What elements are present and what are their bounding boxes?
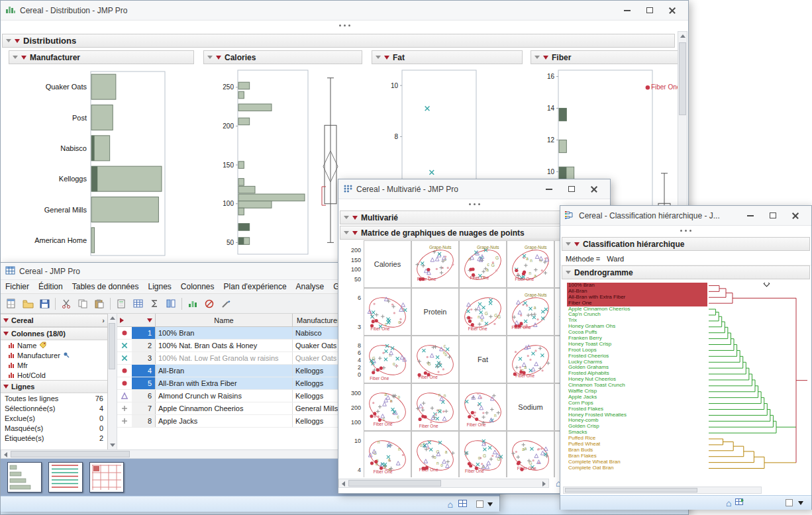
minimize-button[interactable] xyxy=(616,3,638,19)
maximize-button[interactable] xyxy=(762,208,784,224)
matrix-scatter-cell[interactable]: GGnnGFiber One xyxy=(459,288,507,336)
matrix-scatter-cell[interactable]: nocacFiber One xyxy=(364,383,411,431)
matrix-diagonal-cell[interactable]: Calories xyxy=(364,240,411,288)
dendrogram-leaf[interactable]: Waffle Crisp xyxy=(567,389,707,395)
disclosure-triangle-icon[interactable] xyxy=(13,56,18,59)
status-checkbox[interactable] xyxy=(476,500,483,508)
matrix-scatter-cell[interactable]: coFiber One xyxy=(364,288,411,336)
red-triangle-menu-icon[interactable] xyxy=(543,56,548,60)
matrix-scatter-cell[interactable]: aFiber OneGrape-Nuts xyxy=(507,288,554,336)
red-triangle-menu-icon[interactable] xyxy=(574,242,580,246)
home-icon[interactable]: ⌂ xyxy=(726,498,731,508)
dendrogram-leaf[interactable]: All-Bran xyxy=(567,289,707,295)
table-panel-header[interactable]: Cereal › xyxy=(1,314,107,327)
red-triangle-menu-icon[interactable] xyxy=(3,385,9,389)
cell-name[interactable]: 100% Bran xyxy=(156,327,293,339)
dendrogram-leaf[interactable]: Bran Flakes xyxy=(567,453,707,459)
dendrogram-leaf[interactable]: Golden Crisp xyxy=(567,424,707,430)
menu-grip[interactable] xyxy=(1,21,688,30)
rows-menu-icon[interactable] xyxy=(120,318,124,323)
matrix-diagonal-cell[interactable]: Sodium xyxy=(507,383,554,431)
column-item-name[interactable]: Name xyxy=(1,340,107,350)
red-triangle-menu-icon[interactable] xyxy=(21,56,26,60)
matrix-diagonal-cell[interactable]: Protein xyxy=(411,288,459,336)
red-triangle-menu-icon[interactable] xyxy=(352,216,358,220)
cell-name[interactable]: All-Bran with Extra Fiber xyxy=(156,377,293,389)
dendrogram-leaf[interactable]: 100% Bran xyxy=(567,283,707,289)
matrix-scatter-cell[interactable]: onaGFiber One xyxy=(364,336,411,383)
menu-grip[interactable] xyxy=(560,226,811,236)
disclosure-triangle-icon[interactable] xyxy=(376,56,381,59)
dendrogram-leaf[interactable]: Frosted Flakes xyxy=(567,406,707,412)
matrix-scatter-cell[interactable]: naannFiber OneGrape-Nuts xyxy=(507,240,554,288)
dendrogram-leaf[interactable]: Franken Berry xyxy=(567,336,707,342)
menu-fichier[interactable]: Fichier xyxy=(1,282,34,291)
row-number-cell[interactable]: 5 xyxy=(117,377,156,389)
matrix-scatter-cell[interactable]: cGcaGnFiber OneGrape-Nuts xyxy=(459,240,507,288)
graph-builder-button[interactable] xyxy=(185,296,201,312)
dendrogram-horizontal-scrollbar[interactable] xyxy=(563,487,762,494)
dendrogram-leaf[interactable]: Complete Oat Bran xyxy=(567,465,707,471)
copy-button[interactable] xyxy=(75,296,91,312)
cell-name[interactable]: 100% Nat. Low Fat Granola w raisins xyxy=(156,352,293,364)
row-stat-toutes-les-lignes[interactable]: Toutes les lignes76 xyxy=(1,393,107,403)
disclosure-triangle-icon[interactable] xyxy=(344,216,349,219)
dendrogram-leaf[interactable]: Complete Wheat Bran xyxy=(567,459,707,465)
row-number-cell[interactable]: 2 xyxy=(117,340,156,351)
close-button[interactable] xyxy=(583,181,605,197)
matrix-horizontal-scrollbar[interactable] xyxy=(338,479,549,488)
matrix-scatter-cell[interactable]: GoonoanFiber One xyxy=(411,431,459,477)
dendrogram-leaf[interactable]: Apple Cinnamon Cheerios xyxy=(567,306,707,312)
dendrogram-leaf[interactable]: Frosted Cheerios xyxy=(567,353,707,359)
menu-lignes[interactable]: Lignes xyxy=(143,282,176,291)
row-number-cell[interactable]: 8 xyxy=(117,415,156,427)
matrix-scatter-cell[interactable]: anGannoaFiber One xyxy=(364,431,411,477)
menu-analyse[interactable]: Analyse xyxy=(291,282,329,291)
row-number-cell[interactable]: 1 xyxy=(117,327,156,339)
matrix-scatter-cell[interactable]: aGFiber One xyxy=(507,336,554,383)
row-number-cell[interactable]: 3 xyxy=(117,352,156,364)
status-checkbox[interactable] xyxy=(786,499,793,506)
matrix-scatter-cell[interactable]: GaaFiber One xyxy=(507,431,554,477)
dendrogram-leaf[interactable]: Honey Frosted Wheaties xyxy=(567,412,707,418)
calories-outline-header[interactable]: Calories xyxy=(203,50,362,64)
matrix-diagonal-cell[interactable]: Fat xyxy=(459,336,507,383)
multivariate-titlebar[interactable]: Cereal - Multivarié - JMP Pro xyxy=(338,179,610,199)
dendrogram-leaf[interactable]: Honey Toast Crisp xyxy=(567,342,707,348)
menu-tables-de-donn-es[interactable]: Tables de données xyxy=(68,282,144,291)
dendrogram-leaf[interactable]: Apple Jacks xyxy=(567,395,707,400)
row-stat-masqu-e-s-[interactable]: Masquée(s)0 xyxy=(1,423,107,433)
row-stat--tiquet-e-s-[interactable]: Étiquetée(s)2 xyxy=(1,433,107,443)
dendrogram-leaf[interactable]: Honey Nut Cheerios xyxy=(567,377,707,383)
dendrogram-leaf[interactable]: Honey-comb xyxy=(567,418,707,424)
dendrogram-leaf[interactable]: Cinnamon Toast Crunch xyxy=(567,383,707,389)
cut-button[interactable] xyxy=(58,296,74,312)
columns-menu-icon[interactable] xyxy=(147,318,152,322)
matrix-scatter-cell[interactable]: nFiber One xyxy=(459,383,507,431)
dendrogram-leaf[interactable]: Lucky Charms xyxy=(567,359,707,365)
row-number-cell[interactable]: 7 xyxy=(117,402,156,414)
dendrogram-leaf[interactable]: Golden Grahams xyxy=(567,365,707,371)
new-data-table-button[interactable] xyxy=(3,296,19,312)
matrix-scatter-cell[interactable]: nGnFiber One xyxy=(411,383,459,431)
dendrogram[interactable]: 100% BranAll-BranAll-Bran with Extra Fib… xyxy=(567,283,808,481)
dendrogram-tree[interactable] xyxy=(707,283,808,471)
grid-corner-cell[interactable] xyxy=(117,314,156,326)
dendrogram-leaf[interactable]: Froot Loops xyxy=(567,348,707,353)
red-triangle-menu-icon[interactable] xyxy=(15,39,20,43)
thumbnail-report-preview[interactable] xyxy=(89,462,124,492)
summary-button[interactable] xyxy=(146,296,162,312)
open-button[interactable] xyxy=(20,296,36,312)
column-item-manufacturer[interactable]: Manufacturer xyxy=(1,350,107,360)
red-triangle-menu-icon[interactable] xyxy=(3,332,9,336)
journal-button[interactable] xyxy=(113,296,129,312)
close-button[interactable] xyxy=(784,208,807,224)
row-number-cell[interactable]: 6 xyxy=(117,390,156,402)
dendrogram-leaf[interactable]: Trix xyxy=(567,318,707,324)
matrix-scatter-cell[interactable]: cGnoFiber One xyxy=(411,336,459,383)
row-stat-exclue-s-[interactable]: Exclue(s)0 xyxy=(1,413,107,423)
menu-colonnes[interactable]: Colonnes xyxy=(176,282,219,291)
status-dropdown-icon[interactable] xyxy=(487,502,493,506)
dendrogram-leaf[interactable]: Frosted Alphabits xyxy=(567,371,707,377)
distributions-outline-header[interactable]: Distributions xyxy=(2,34,675,48)
